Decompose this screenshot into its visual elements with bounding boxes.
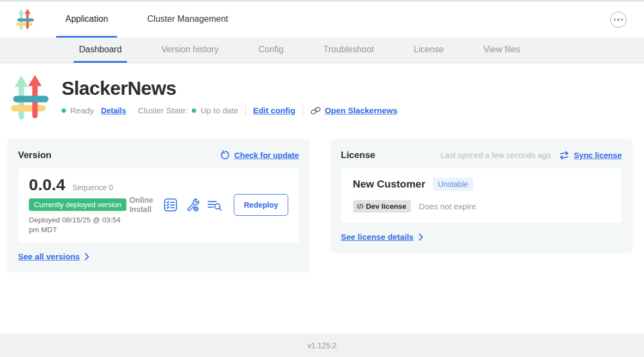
version-card-title: Version — [18, 150, 51, 161]
app-subnav: Dashboard Version history Config Trouble… — [0, 38, 644, 63]
app-footer: v1.125.2 — [0, 334, 644, 357]
edit-config-link[interactable]: Edit config — [253, 106, 295, 115]
version-number: 0.0.4 — [29, 176, 65, 194]
open-app-link-label: Open Slackernews — [325, 106, 397, 115]
chevron-right-icon — [84, 253, 89, 261]
subnav-version-history-label: Version history — [161, 45, 218, 55]
deployed-timestamp: Deployed 08/15/25 @ 03:54 pm MDT — [29, 215, 129, 234]
license-card-title: License — [341, 150, 375, 161]
cluster-state-value: Up to date — [201, 106, 238, 115]
code-brackets-icon — [356, 203, 364, 209]
current-version-panel: 0.0.4 Sequence 0 Currently deployed vers… — [18, 168, 299, 243]
cluster-state-label: Cluster State: — [138, 106, 187, 115]
preflight-checks-icon[interactable] — [163, 198, 178, 212]
install-type-label: Online Install — [129, 196, 154, 214]
check-for-update-link[interactable]: Check for update — [220, 150, 299, 161]
sync-arrows-icon — [559, 151, 569, 160]
subnav-view-files[interactable]: View files — [478, 38, 525, 63]
tab-cluster-management-label: Cluster Management — [147, 14, 228, 24]
dashboard-cards: Version Check for update 0.0.4 Sequence … — [7, 139, 633, 273]
header-tabs: Application Cluster Management — [56, 2, 238, 38]
app-status-row: Ready Details Cluster State: Up to date … — [62, 105, 397, 116]
app-logo-icon — [16, 9, 34, 31]
customer-name: New Customer — [353, 178, 426, 190]
sync-license-label: Sync license — [574, 151, 622, 160]
license-type-label: Dev license — [366, 202, 406, 210]
check-for-update-label: Check for update — [234, 151, 299, 160]
view-files-search-icon[interactable] — [207, 199, 222, 211]
config-wrench-icon[interactable] — [185, 198, 199, 212]
subnav-view-files-label: View files — [483, 45, 520, 55]
version-card: Version Check for update 0.0.4 Sequence … — [7, 139, 310, 273]
page-title: SlackerNews — [62, 77, 397, 99]
subnav-license-label: License — [414, 45, 443, 55]
see-license-details-link[interactable]: See license details — [341, 232, 423, 241]
subnav-troubleshoot-label: Troubleshoot — [323, 45, 374, 55]
ready-status-dot — [62, 108, 66, 113]
tab-application-label: Application — [65, 14, 108, 24]
divider — [245, 105, 246, 116]
console-version: v1.125.2 — [307, 341, 337, 350]
ready-status-label: Ready — [70, 106, 94, 115]
sync-license-link[interactable]: Sync license — [559, 151, 622, 160]
chevron-right-icon — [418, 233, 423, 241]
details-link[interactable]: Details — [101, 106, 126, 115]
sequence-label: Sequence 0 — [72, 183, 113, 192]
expiration-text: Does not expire — [419, 202, 476, 211]
ellipsis-icon — [614, 19, 616, 21]
top-navbar: Application Cluster Management — [0, 2, 644, 38]
open-app-link[interactable]: Open Slackernews — [310, 106, 397, 115]
subnav-license[interactable]: License — [408, 38, 449, 63]
app-header: SlackerNews Ready Details Cluster State:… — [0, 74, 644, 124]
cluster-state-dot — [192, 108, 196, 113]
more-menu-button[interactable] — [610, 11, 627, 28]
see-all-versions-label: See all versions — [18, 252, 80, 261]
license-type-badge: Dev license — [353, 200, 411, 213]
main-content: SlackerNews Ready Details Cluster State:… — [0, 63, 644, 334]
tab-cluster-management[interactable]: Cluster Management — [138, 2, 238, 38]
channel-badge: Unstable — [433, 178, 473, 191]
app-logo-large-icon — [11, 74, 48, 124]
see-all-versions-link[interactable]: See all versions — [18, 252, 89, 261]
subnav-troubleshoot[interactable]: Troubleshoot — [318, 38, 379, 63]
tab-application[interactable]: Application — [56, 2, 117, 38]
subnav-version-history[interactable]: Version history — [156, 38, 224, 63]
see-license-details-label: See license details — [341, 232, 414, 241]
last-synced-text: Last synced a few seconds ago — [441, 151, 551, 160]
license-panel: New Customer Unstable Dev license — [341, 168, 622, 223]
subnav-config-label: Config — [258, 45, 283, 55]
subnav-dashboard[interactable]: Dashboard — [74, 38, 127, 63]
chain-link-icon — [310, 106, 321, 115]
license-card: License Last synced a few seconds ago Sy… — [330, 139, 633, 253]
refresh-icon — [220, 150, 230, 161]
subnav-dashboard-label: Dashboard — [79, 45, 121, 55]
divider — [302, 105, 303, 116]
currently-deployed-badge: Currently deployed version — [29, 198, 126, 211]
redeploy-button[interactable]: Redeploy — [234, 194, 288, 216]
subnav-config[interactable]: Config — [253, 38, 289, 63]
